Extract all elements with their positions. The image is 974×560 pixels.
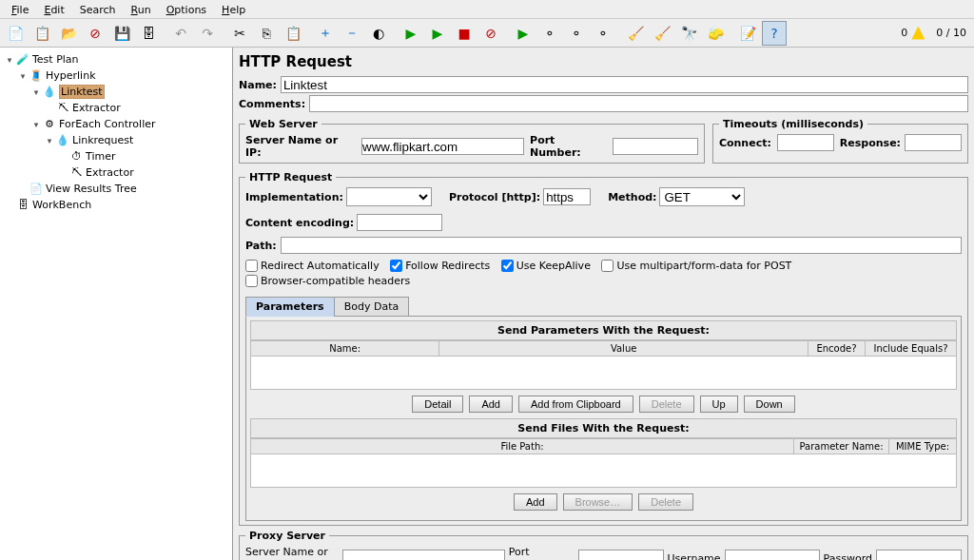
remote-stop-icon[interactable]: ⚬ [564, 21, 589, 46]
menu-help[interactable]: Help [214, 2, 253, 16]
run-notimer-icon[interactable]: ▶ [425, 21, 450, 46]
response-input[interactable] [905, 134, 962, 151]
collapse-icon[interactable]: － [340, 21, 364, 46]
menu-bar: FFileile Edit Search Run Options Help [0, 0, 974, 19]
follow-redirects-cb[interactable] [390, 260, 402, 272]
save-as-icon[interactable]: 🗄 [136, 21, 161, 46]
close-icon[interactable]: ⊘ [83, 21, 107, 46]
response-label: Response: [840, 137, 901, 149]
detail-button[interactable]: Detail [412, 396, 463, 413]
tree-workbench[interactable]: 🗄WorkBench [2, 197, 230, 213]
proto-label: Protocol [http]: [449, 191, 540, 203]
comments-input[interactable] [309, 95, 968, 112]
new-icon[interactable]: 📄 [3, 21, 28, 46]
tree-foreach[interactable]: ▾⚙ForEach Controller [2, 116, 230, 132]
add-file-button[interactable]: Add [514, 493, 557, 511]
path-input[interactable] [281, 237, 962, 254]
server-input[interactable] [361, 138, 524, 155]
name-input[interactable] [281, 76, 968, 93]
delete-param-button[interactable]: Delete [639, 396, 694, 413]
params-table-header: Name: Value Encode? Include Equals? [250, 340, 957, 357]
panel-title: HTTP Request [239, 53, 968, 70]
toolbar: 📄 📋 📂 ⊘ 💾 🗄 ↶ ↷ ✂ ⎘ 📋 ＋ － ◐ ▶ ▶ ■ ⊘ ▶ ⚬ … [0, 19, 974, 48]
http-request-panel: HTTP Request Name: Comments: Web Server … [233, 48, 974, 560]
menu-file[interactable]: FFileile [4, 2, 36, 16]
fence-icon: ⛏ [55, 101, 70, 116]
expand-icon[interactable]: ＋ [313, 21, 338, 46]
open-icon[interactable]: 📂 [56, 21, 81, 46]
browser-compat-cb[interactable] [245, 275, 258, 287]
remote-start-all-icon[interactable]: ⚬ [537, 21, 562, 46]
add-param-button[interactable]: Add [469, 396, 513, 413]
down-button[interactable]: Down [744, 396, 795, 413]
redo-icon[interactable]: ↷ [195, 21, 220, 46]
params-table-body[interactable] [250, 357, 957, 390]
clear-icon[interactable]: 🧹 [623, 21, 648, 46]
connect-input[interactable] [777, 134, 834, 151]
shutdown-icon[interactable]: ⊘ [478, 21, 503, 46]
proxy-pass-input[interactable] [876, 550, 962, 560]
dropper-icon: 💧 [55, 133, 70, 148]
undo-icon[interactable]: ↶ [168, 21, 193, 46]
proxy-port-input[interactable] [578, 550, 664, 560]
warning-icon [911, 27, 925, 40]
tab-parameters[interactable]: Parameters [245, 297, 335, 317]
browse-file-button[interactable]: Browse… [563, 493, 633, 511]
menu-run[interactable]: Run [124, 2, 159, 16]
web-server-legend: Web Server [245, 118, 321, 130]
tree-extractor-1[interactable]: ⛏Extractor [2, 100, 230, 116]
tree-linkrequest[interactable]: ▾💧Linkrequest [2, 132, 230, 148]
encoding-input[interactable] [357, 214, 442, 231]
menu-edit[interactable]: Edit [36, 2, 71, 16]
add-clipboard-button[interactable]: Add from Clipboard [518, 396, 633, 413]
search-icon[interactable]: 🔭 [676, 21, 701, 46]
tree-thread-group[interactable]: ▾🧵Hyperlink [2, 68, 230, 84]
method-select[interactable]: GET [659, 187, 745, 206]
tree-linktest[interactable]: ▾💧Linktest [2, 84, 230, 100]
tree-timer[interactable]: ⏱Timer [2, 148, 230, 164]
tree-extractor-2[interactable]: ⛏Extractor [2, 164, 230, 181]
test-plan-tree[interactable]: ▾🧪Test Plan ▾🧵Hyperlink ▾💧Linktest ⛏Extr… [0, 48, 233, 560]
delete-file-button[interactable]: Delete [638, 493, 693, 511]
save-icon[interactable]: 💾 [109, 21, 134, 46]
proxy-user-input[interactable] [725, 550, 820, 560]
tab-body-data[interactable]: Body Data [334, 297, 410, 317]
remote-start-icon[interactable]: ▶ [511, 21, 536, 46]
stop-icon[interactable]: ■ [452, 21, 477, 46]
toggle-icon[interactable]: ◐ [366, 21, 391, 46]
files-table-body[interactable] [250, 454, 957, 488]
workbench-icon: 🗄 [15, 198, 30, 213]
fence-icon: ⛏ [68, 165, 84, 181]
proxy-server-input[interactable] [342, 550, 505, 560]
paste-icon[interactable]: 📋 [281, 21, 305, 46]
files-table-header: File Path: Parameter Name: MIME Type: [250, 438, 957, 454]
clear-all-icon[interactable]: 🧹 [650, 21, 674, 46]
clock-icon: ⏱ [68, 149, 84, 164]
run-icon[interactable]: ▶ [399, 21, 423, 46]
function-helper-icon[interactable]: 📝 [735, 21, 760, 46]
cut-icon[interactable]: ✂ [227, 21, 252, 46]
copy-icon[interactable]: ⎘ [254, 21, 279, 46]
port-input[interactable] [613, 138, 698, 155]
proxy-fieldset: Proxy Server Server Name or IP: Port Num… [239, 530, 968, 560]
tree-root[interactable]: ▾🧪Test Plan [2, 51, 230, 68]
remote-shutdown-icon[interactable]: ⚬ [591, 21, 615, 46]
redirect-auto-cb[interactable] [245, 260, 258, 272]
method-label: Method: [608, 191, 656, 203]
up-button[interactable]: Up [700, 396, 738, 413]
timeouts-fieldset: Timeouts (milliseconds) Connect: Respons… [712, 118, 968, 164]
server-label: Server Name or IP: [245, 134, 356, 159]
name-label: Name: [239, 79, 277, 91]
encoding-label: Content encoding: [245, 217, 354, 229]
impl-select[interactable] [346, 187, 432, 206]
menu-search[interactable]: Search [72, 2, 124, 16]
reset-search-icon[interactable]: 🧽 [703, 21, 728, 46]
multipart-cb[interactable] [601, 260, 614, 272]
send-params-title: Send Parameters With the Request: [250, 320, 957, 340]
tree-view-results[interactable]: 📄View Results Tree [2, 181, 230, 197]
keepalive-cb[interactable] [501, 260, 514, 272]
templates-icon[interactable]: 📋 [29, 21, 54, 46]
proto-input[interactable] [543, 188, 591, 205]
menu-options[interactable]: Options [159, 2, 214, 16]
help-icon[interactable]: ? [762, 21, 787, 46]
